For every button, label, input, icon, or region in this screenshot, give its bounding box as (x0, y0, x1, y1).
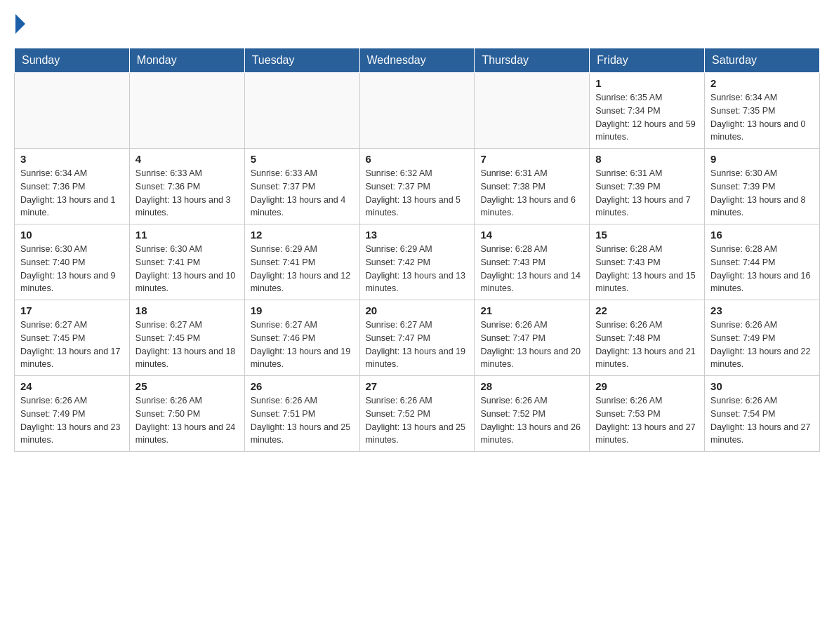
weekday-header-sunday: Sunday (15, 48, 130, 73)
calendar-cell: 12Sunrise: 6:29 AM Sunset: 7:41 PM Dayli… (244, 224, 359, 300)
calendar-week-row: 3Sunrise: 6:34 AM Sunset: 7:36 PM Daylig… (15, 149, 820, 224)
calendar-week-row: 10Sunrise: 6:30 AM Sunset: 7:40 PM Dayli… (15, 224, 820, 300)
calendar-cell: 9Sunrise: 6:30 AM Sunset: 7:39 PM Daylig… (705, 149, 820, 224)
day-info: Sunrise: 6:33 AM Sunset: 7:36 PM Dayligh… (135, 167, 239, 220)
day-info: Sunrise: 6:27 AM Sunset: 7:45 PM Dayligh… (20, 318, 124, 371)
day-number: 26 (251, 380, 354, 392)
day-number: 23 (710, 304, 814, 316)
day-number: 14 (480, 229, 583, 241)
day-info: Sunrise: 6:26 AM Sunset: 7:48 PM Dayligh… (595, 318, 699, 371)
day-info: Sunrise: 6:26 AM Sunset: 7:49 PM Dayligh… (710, 318, 814, 371)
weekday-header-friday: Friday (590, 48, 705, 73)
day-number: 19 (251, 304, 354, 316)
page-header (14, 14, 820, 34)
day-info: Sunrise: 6:30 AM Sunset: 7:41 PM Dayligh… (135, 243, 239, 295)
day-info: Sunrise: 6:34 AM Sunset: 7:36 PM Dayligh… (20, 167, 124, 220)
weekday-header-wednesday: Wednesday (359, 48, 475, 73)
day-info: Sunrise: 6:28 AM Sunset: 7:43 PM Dayligh… (480, 243, 583, 295)
day-info: Sunrise: 6:30 AM Sunset: 7:39 PM Dayligh… (710, 167, 814, 220)
weekday-header-row: SundayMondayTuesdayWednesdayThursdayFrid… (15, 48, 820, 73)
calendar-cell: 13Sunrise: 6:29 AM Sunset: 7:42 PM Dayli… (359, 224, 475, 300)
day-info: Sunrise: 6:26 AM Sunset: 7:53 PM Dayligh… (595, 394, 699, 447)
day-number: 12 (251, 229, 354, 241)
calendar-cell: 15Sunrise: 6:28 AM Sunset: 7:43 PM Dayli… (590, 224, 705, 300)
calendar-cell (15, 73, 130, 149)
day-info: Sunrise: 6:31 AM Sunset: 7:39 PM Dayligh… (595, 167, 699, 220)
calendar-table: SundayMondayTuesdayWednesdayThursdayFrid… (14, 48, 820, 452)
day-number: 10 (20, 229, 124, 241)
calendar-cell: 20Sunrise: 6:27 AM Sunset: 7:47 PM Dayli… (359, 300, 475, 376)
calendar-cell: 8Sunrise: 6:31 AM Sunset: 7:39 PM Daylig… (590, 149, 705, 224)
calendar-cell (244, 73, 359, 149)
calendar-cell: 23Sunrise: 6:26 AM Sunset: 7:49 PM Dayli… (705, 300, 820, 376)
calendar-cell: 4Sunrise: 6:33 AM Sunset: 7:36 PM Daylig… (129, 149, 244, 224)
weekday-header-monday: Monday (129, 48, 244, 73)
calendar-week-row: 24Sunrise: 6:26 AM Sunset: 7:49 PM Dayli… (15, 376, 820, 452)
calendar-cell (129, 73, 244, 149)
weekday-header-tuesday: Tuesday (244, 48, 359, 73)
calendar-cell: 17Sunrise: 6:27 AM Sunset: 7:45 PM Dayli… (15, 300, 130, 376)
day-info: Sunrise: 6:27 AM Sunset: 7:46 PM Dayligh… (251, 318, 354, 371)
day-number: 1 (595, 77, 699, 89)
day-number: 11 (135, 229, 239, 241)
calendar-cell: 24Sunrise: 6:26 AM Sunset: 7:49 PM Dayli… (15, 376, 130, 452)
calendar-cell: 2Sunrise: 6:34 AM Sunset: 7:35 PM Daylig… (705, 73, 820, 149)
day-info: Sunrise: 6:26 AM Sunset: 7:49 PM Dayligh… (20, 394, 124, 447)
day-info: Sunrise: 6:28 AM Sunset: 7:44 PM Dayligh… (710, 243, 814, 295)
day-number: 21 (480, 304, 583, 316)
day-number: 30 (710, 380, 814, 392)
day-info: Sunrise: 6:31 AM Sunset: 7:38 PM Dayligh… (480, 167, 583, 220)
calendar-cell: 21Sunrise: 6:26 AM Sunset: 7:47 PM Dayli… (475, 300, 590, 376)
day-number: 6 (366, 153, 469, 165)
calendar-cell: 26Sunrise: 6:26 AM Sunset: 7:51 PM Dayli… (244, 376, 359, 452)
day-info: Sunrise: 6:26 AM Sunset: 7:47 PM Dayligh… (480, 318, 583, 371)
calendar-cell: 11Sunrise: 6:30 AM Sunset: 7:41 PM Dayli… (129, 224, 244, 300)
calendar-cell (475, 73, 590, 149)
calendar-cell: 10Sunrise: 6:30 AM Sunset: 7:40 PM Dayli… (15, 224, 130, 300)
day-number: 2 (710, 77, 814, 89)
day-number: 17 (20, 304, 124, 316)
weekday-header-saturday: Saturday (705, 48, 820, 73)
calendar-cell (359, 73, 475, 149)
day-number: 7 (480, 153, 583, 165)
calendar-cell: 29Sunrise: 6:26 AM Sunset: 7:53 PM Dayli… (590, 376, 705, 452)
calendar-cell: 3Sunrise: 6:34 AM Sunset: 7:36 PM Daylig… (15, 149, 130, 224)
day-number: 13 (366, 229, 469, 241)
calendar-cell: 25Sunrise: 6:26 AM Sunset: 7:50 PM Dayli… (129, 376, 244, 452)
day-info: Sunrise: 6:26 AM Sunset: 7:51 PM Dayligh… (251, 394, 354, 447)
logo-arrow-icon (15, 14, 25, 34)
day-number: 27 (366, 380, 469, 392)
day-number: 5 (251, 153, 354, 165)
day-info: Sunrise: 6:26 AM Sunset: 7:54 PM Dayligh… (710, 394, 814, 447)
day-info: Sunrise: 6:29 AM Sunset: 7:42 PM Dayligh… (366, 243, 469, 295)
day-number: 9 (710, 153, 814, 165)
day-number: 15 (595, 229, 699, 241)
day-number: 4 (135, 153, 239, 165)
day-number: 20 (366, 304, 469, 316)
day-number: 24 (20, 380, 124, 392)
calendar-cell: 30Sunrise: 6:26 AM Sunset: 7:54 PM Dayli… (705, 376, 820, 452)
day-number: 3 (20, 153, 124, 165)
calendar-cell: 14Sunrise: 6:28 AM Sunset: 7:43 PM Dayli… (475, 224, 590, 300)
calendar-week-row: 17Sunrise: 6:27 AM Sunset: 7:45 PM Dayli… (15, 300, 820, 376)
calendar-cell: 5Sunrise: 6:33 AM Sunset: 7:37 PM Daylig… (244, 149, 359, 224)
calendar-cell: 27Sunrise: 6:26 AM Sunset: 7:52 PM Dayli… (359, 376, 475, 452)
day-info: Sunrise: 6:32 AM Sunset: 7:37 PM Dayligh… (366, 167, 469, 220)
day-number: 16 (710, 229, 814, 241)
calendar-week-row: 1Sunrise: 6:35 AM Sunset: 7:34 PM Daylig… (15, 73, 820, 149)
day-info: Sunrise: 6:29 AM Sunset: 7:41 PM Dayligh… (251, 243, 354, 295)
logo (14, 14, 27, 34)
calendar-cell: 19Sunrise: 6:27 AM Sunset: 7:46 PM Dayli… (244, 300, 359, 376)
day-info: Sunrise: 6:33 AM Sunset: 7:37 PM Dayligh… (251, 167, 354, 220)
calendar-cell: 22Sunrise: 6:26 AM Sunset: 7:48 PM Dayli… (590, 300, 705, 376)
day-info: Sunrise: 6:28 AM Sunset: 7:43 PM Dayligh… (595, 243, 699, 295)
day-info: Sunrise: 6:30 AM Sunset: 7:40 PM Dayligh… (20, 243, 124, 295)
weekday-header-thursday: Thursday (475, 48, 590, 73)
calendar-cell: 6Sunrise: 6:32 AM Sunset: 7:37 PM Daylig… (359, 149, 475, 224)
day-info: Sunrise: 6:26 AM Sunset: 7:50 PM Dayligh… (135, 394, 239, 447)
calendar-cell: 18Sunrise: 6:27 AM Sunset: 7:45 PM Dayli… (129, 300, 244, 376)
day-number: 29 (595, 380, 699, 392)
day-number: 28 (480, 380, 583, 392)
calendar-cell: 1Sunrise: 6:35 AM Sunset: 7:34 PM Daylig… (590, 73, 705, 149)
day-info: Sunrise: 6:35 AM Sunset: 7:34 PM Dayligh… (595, 91, 699, 144)
